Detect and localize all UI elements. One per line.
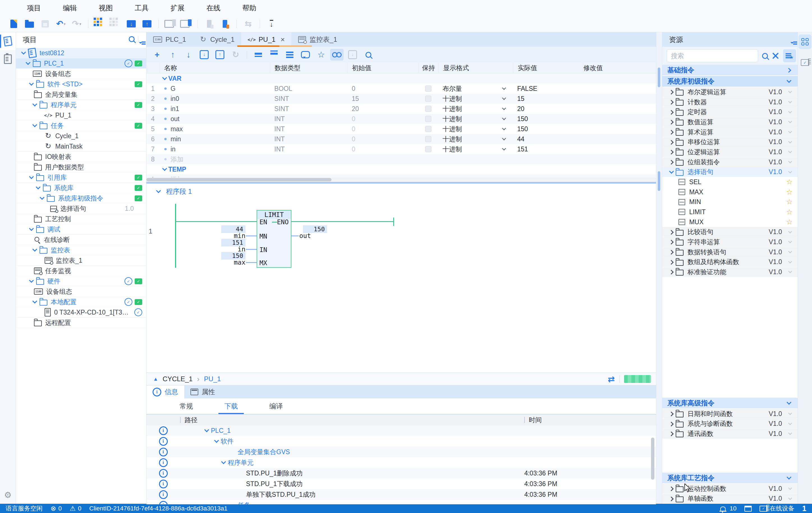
horizontal-scrollbar-thumb[interactable] <box>146 178 331 181</box>
display-format-value[interactable]: 十进制 <box>443 94 462 103</box>
expand-chevron-icon[interactable] <box>667 248 676 256</box>
limit-function-block[interactable]: LIMIT EN ENO MN IN MX <box>257 210 291 268</box>
resource-item[interactable]: 比较语句 V1.0 <box>662 227 798 237</box>
favorite-star-icon[interactable]: ☆ <box>786 218 793 227</box>
redo-button[interactable]: ↷▾ <box>70 18 83 30</box>
favorite-star-icon[interactable]: ☆ <box>786 198 793 206</box>
tree-item[interactable]: 设备组态 <box>16 286 146 297</box>
expand-chevron-icon[interactable] <box>667 158 676 166</box>
tree-item[interactable]: 任务监视 <box>16 266 146 276</box>
tree-item[interactable]: 系统库 <box>16 183 146 193</box>
variable-name[interactable]: in0 <box>171 95 179 102</box>
variable-name[interactable]: in <box>171 146 176 153</box>
variable-type[interactable]: SINT <box>270 105 347 113</box>
log-chevron-icon[interactable] <box>219 459 228 466</box>
undo-dropdown-icon[interactable]: ▾ <box>64 22 66 26</box>
format-dropdown-icon[interactable] <box>501 96 507 102</box>
col-time[interactable]: 时间 <box>529 416 542 424</box>
version-dropdown-icon[interactable] <box>787 149 793 155</box>
tree-item[interactable]: Cycle_1 <box>16 131 146 141</box>
menu-item[interactable]: 视图 <box>99 3 113 12</box>
tree-item[interactable]: 全局变量集 <box>16 89 146 100</box>
resource-item[interactable]: 字符串运算 V1.0 <box>662 237 798 247</box>
retain-checkbox[interactable] <box>425 136 431 142</box>
variable-type[interactable]: INT <box>270 135 347 143</box>
resource-item[interactable]: 位组装指令 V1.0 <box>662 157 798 167</box>
splitter-handle[interactable] <box>658 67 660 87</box>
resource-item[interactable]: 系统与诊断函数 V1.0 <box>662 419 798 429</box>
section-tech-instructions[interactable]: 系统库工艺指令 <box>662 473 798 483</box>
version-dropdown-icon[interactable] <box>787 159 793 165</box>
resource-item[interactable]: 标准验证功能 V1.0 <box>662 267 798 277</box>
version-dropdown-icon[interactable] <box>787 495 793 502</box>
expand-chevron-icon[interactable] <box>667 229 676 236</box>
tree-item[interactable]: 硬件 <box>16 276 146 286</box>
log-row[interactable]: 单独下载STD.PU_1成功 4:03:36 PM <box>146 489 656 500</box>
open-project-button[interactable] <box>23 18 36 30</box>
retain-checkbox[interactable] <box>425 106 431 112</box>
sort-jump-button[interactable]: ↓ <box>265 18 278 30</box>
version-dropdown-icon[interactable] <box>787 89 793 95</box>
menu-item[interactable]: 扩展 <box>171 3 184 12</box>
import-button[interactable]: ↓ <box>198 49 211 61</box>
group-chevron-icon[interactable] <box>161 166 168 173</box>
horizontal-scrollbar[interactable] <box>146 177 656 182</box>
expand-chevron-icon[interactable] <box>667 128 676 136</box>
resources-search-input[interactable] <box>667 49 758 62</box>
variable-initial-value[interactable]: 0 <box>347 135 418 143</box>
expand-chevron-icon[interactable] <box>667 238 676 246</box>
version-dropdown-icon[interactable] <box>787 239 793 245</box>
rail-outline-button[interactable] <box>0 50 16 68</box>
favorite-star-icon[interactable]: ☆ <box>786 178 793 186</box>
export-button[interactable]: ↑ <box>213 49 227 61</box>
info-tab[interactable]: 属性 <box>184 386 221 398</box>
error-counter[interactable]: ⊗0 <box>51 505 62 512</box>
variable-row[interactable]: 3 in1 SINT 20 十进制 20 <box>146 104 656 114</box>
move-up-button[interactable]: ↑ <box>166 49 179 61</box>
version-dropdown-icon[interactable] <box>787 119 793 125</box>
log-row[interactable]: 程序单元 <box>146 457 656 468</box>
variable-type[interactable]: SINT <box>270 95 347 102</box>
expand-chevron-icon[interactable] <box>20 49 27 57</box>
expand-chevron-icon[interactable] <box>667 98 676 106</box>
variable-name[interactable]: out <box>171 115 179 123</box>
expand-chevron-icon[interactable] <box>667 148 676 156</box>
display-format-value[interactable]: 十进制 <box>443 125 462 133</box>
expand-chevron-icon[interactable] <box>667 430 676 437</box>
out-operand[interactable]: out <box>299 232 311 239</box>
settings-gear-icon[interactable]: ⚙ <box>0 490 16 500</box>
expand-chevron-icon[interactable] <box>31 246 38 254</box>
resource-item[interactable]: 位逻辑运算 V1.0 <box>662 147 798 157</box>
col-actual[interactable]: 实际值 <box>513 62 583 73</box>
section-advanced-instructions[interactable]: 系统库高级指令 <box>662 398 798 409</box>
log-row[interactable]: 软件 <box>146 436 656 447</box>
tree-item[interactable]: 引用库 <box>16 172 146 183</box>
col-path[interactable]: 路径 <box>184 416 198 424</box>
col-name[interactable]: 名称 <box>159 62 270 73</box>
select-all-corner[interactable] <box>148 65 151 73</box>
expand-chevron-icon[interactable] <box>667 139 676 146</box>
rail-resources-button[interactable] <box>799 34 811 49</box>
project-search-icon[interactable] <box>129 36 135 43</box>
splitter-handle[interactable] <box>658 171 660 191</box>
expand-chevron-icon[interactable] <box>31 122 38 129</box>
tree-item[interactable]: 在线诊断 <box>16 235 146 245</box>
tree-item[interactable]: 任务 <box>16 121 146 131</box>
expand-chevron-icon[interactable] <box>31 101 38 109</box>
resource-item[interactable]: 串移位运算 V1.0 <box>662 137 798 147</box>
expand-chevron-icon[interactable] <box>667 420 676 427</box>
version-dropdown-icon[interactable] <box>787 109 793 115</box>
variable-row[interactable]: VAR VAR <box>146 73 656 84</box>
version-dropdown-icon[interactable] <box>787 269 793 275</box>
version-dropdown-icon[interactable] <box>787 411 793 417</box>
insert-row-below-button[interactable] <box>267 49 281 61</box>
resource-item[interactable]: 算术运算 V1.0 <box>662 127 798 137</box>
variable-name[interactable]: in1 <box>171 105 179 113</box>
tree-item[interactable]: 本地配置 <box>16 297 146 307</box>
tree-item[interactable]: 调试 <box>16 224 146 235</box>
tree-item[interactable]: MainTask <box>16 141 146 152</box>
search-button[interactable] <box>361 49 375 61</box>
variable-type[interactable]: INT <box>270 125 347 133</box>
tab-close-icon[interactable]: × <box>281 35 285 44</box>
tree-item[interactable]: 程序单元 <box>16 100 146 110</box>
